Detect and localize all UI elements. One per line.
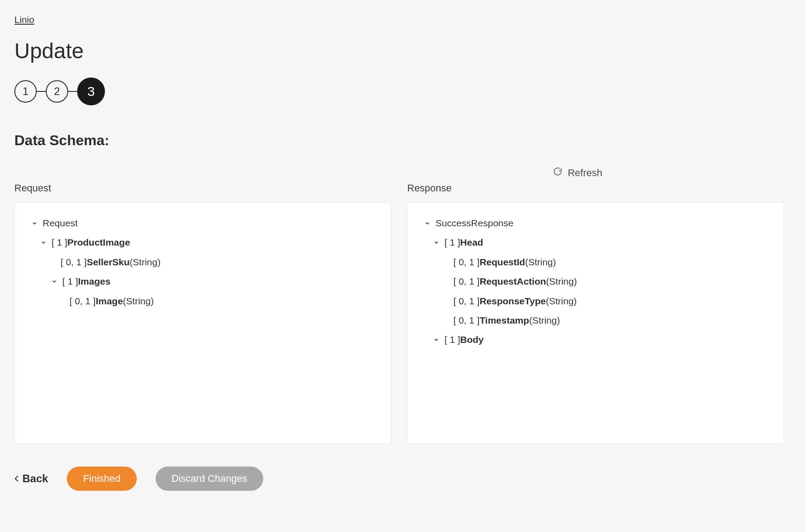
step-connector <box>68 91 77 92</box>
cardinality-label: [ 0, 1 ] <box>453 294 479 307</box>
node-name: SuccessResponse <box>435 216 513 229</box>
chevron-down-icon[interactable] <box>432 238 441 247</box>
chevron-down-icon[interactable] <box>30 219 39 228</box>
cardinality-label: [ 0, 1 ] <box>61 255 87 268</box>
node-name: ProductImage <box>67 236 130 249</box>
discard-button[interactable]: Discard Changes <box>156 467 264 491</box>
chevron-down-icon[interactable] <box>50 277 59 286</box>
cardinality-label: [ 1 ] <box>444 333 460 346</box>
node-name: RequestAction <box>479 275 546 288</box>
response-tree-row[interactable]: [ 1 ] Head <box>421 233 770 252</box>
node-name: ResponseType <box>479 294 546 307</box>
cardinality-label: [ 0, 1 ] <box>453 275 479 288</box>
request-panel: Request[ 1 ] ProductImage[ 0, 1 ] Seller… <box>14 202 391 444</box>
step-connector <box>37 91 46 92</box>
stepper: 1 2 3 <box>14 78 791 105</box>
refresh-icon <box>553 167 562 179</box>
chevron-left-icon <box>14 475 19 482</box>
response-tree-row: [ 0, 1 ] Timestamp (String) <box>421 311 770 330</box>
request-tree-row[interactable]: [ 1 ] ProductImage <box>28 233 377 252</box>
cardinality-label: [ 1 ] <box>444 236 460 249</box>
node-type: (String) <box>546 294 577 307</box>
request-column: Request Request[ 1 ] ProductImage[ 0, 1 … <box>14 182 391 444</box>
node-type: (String) <box>130 255 161 268</box>
cardinality-label: [ 1 ] <box>62 275 78 288</box>
step-3[interactable]: 3 <box>77 78 105 105</box>
section-title: Data Schema: <box>14 132 791 149</box>
chevron-down-icon[interactable] <box>432 335 441 344</box>
request-tree-row[interactable]: [ 1 ] Images <box>28 272 377 291</box>
node-type: (String) <box>546 275 577 288</box>
request-tree-row: [ 0, 1 ] SellerSku (String) <box>28 252 377 272</box>
node-name: RequestId <box>479 255 525 268</box>
request-tree-row: [ 0, 1 ] Image (String) <box>28 291 377 311</box>
cardinality-label: [ 0, 1 ] <box>70 294 96 307</box>
node-name: Body <box>460 333 484 346</box>
response-panel: SuccessResponse[ 1 ] Head[ 0, 1 ] Reques… <box>407 202 784 444</box>
response-tree-row: [ 0, 1 ] RequestId (String) <box>421 252 770 272</box>
request-tree-row[interactable]: Request <box>28 213 377 233</box>
response-tree-row[interactable]: [ 1 ] Body <box>421 330 770 349</box>
node-type: (String) <box>525 255 556 268</box>
back-label: Back <box>22 472 48 485</box>
back-button[interactable]: Back <box>14 472 48 485</box>
node-name: Images <box>78 275 110 288</box>
cardinality-label: [ 0, 1 ] <box>453 255 479 268</box>
footer: Back Finished Discard Changes <box>14 467 791 491</box>
response-column-label: Response <box>407 182 784 194</box>
response-tree-row[interactable]: SuccessResponse <box>421 213 770 233</box>
node-name: Request <box>43 216 78 229</box>
response-tree-row: [ 0, 1 ] RequestAction (String) <box>421 272 770 291</box>
finished-button[interactable]: Finished <box>67 467 136 491</box>
node-type: (String) <box>529 314 560 327</box>
cardinality-label: [ 0, 1 ] <box>453 314 479 327</box>
node-name: SellerSku <box>87 255 130 268</box>
chevron-down-icon[interactable] <box>423 219 432 228</box>
node-name: Head <box>460 236 483 249</box>
response-tree-row: [ 0, 1 ] ResponseType (String) <box>421 291 770 311</box>
refresh-button[interactable]: Refresh <box>553 167 602 179</box>
request-column-label: Request <box>14 182 391 194</box>
cardinality-label: [ 1 ] <box>52 236 67 249</box>
step-1[interactable]: 1 <box>14 80 37 103</box>
chevron-down-icon[interactable] <box>39 238 48 247</box>
response-column: Response SuccessResponse[ 1 ] Head[ 0, 1… <box>407 182 784 444</box>
node-name: Timestamp <box>479 314 529 327</box>
node-name: Image <box>96 294 123 307</box>
refresh-label: Refresh <box>568 167 602 179</box>
breadcrumb-link[interactable]: Linio <box>14 14 34 25</box>
step-2[interactable]: 2 <box>46 80 68 103</box>
node-type: (String) <box>123 294 154 307</box>
page-title: Update <box>14 39 791 63</box>
